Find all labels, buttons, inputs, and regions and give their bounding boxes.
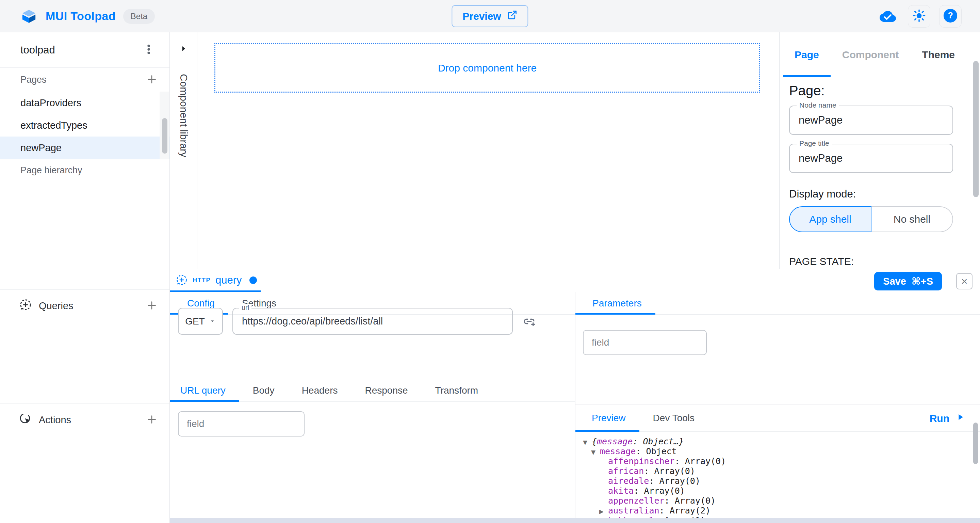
json-row-appenzeller: appenzeller: Array(0) — [576, 496, 980, 505]
add-page-button[interactable] — [144, 72, 159, 88]
query-http-badge: HTTP — [192, 277, 211, 284]
project-menu-button[interactable] — [140, 41, 157, 59]
inspector-tabs: Page Component Theme — [780, 32, 980, 77]
beta-badge: Beta — [123, 9, 155, 24]
project-name: toolpad — [21, 44, 55, 56]
svg-text:?: ? — [948, 11, 953, 20]
drop-zone[interactable]: Drop component here — [215, 43, 760, 92]
tab-page[interactable]: Page — [783, 32, 830, 77]
tab-response[interactable]: Response — [351, 379, 421, 402]
actions-section-label: Actions — [39, 415, 71, 426]
tab-body[interactable]: Body — [239, 379, 288, 402]
pages-list: dataProviders extractedTypes newPage — [0, 92, 169, 159]
drop-zone-label: Drop component here — [438, 62, 537, 74]
page-canvas: Drop component here — [198, 32, 779, 269]
save-button[interactable]: Save ⌘+S — [874, 272, 942, 290]
page-hierarchy-item[interactable]: Page hierarchy — [0, 159, 169, 181]
tab-theme[interactable]: Theme — [910, 32, 966, 77]
tab-transform[interactable]: Transform — [422, 379, 492, 402]
request-tabs: URL query Body Headers Response Transfor… — [170, 379, 575, 402]
query-editor-header: HTTP query Save ⌘+S × — [170, 269, 980, 292]
http-method-select[interactable]: GET — [178, 308, 223, 335]
plus-icon — [146, 299, 158, 313]
sidebar-page-newpage[interactable]: newPage — [0, 137, 169, 159]
json-row-airedale: airedale: Array(0) — [576, 476, 980, 486]
play-icon — [956, 412, 965, 424]
queries-section-header: Queries — [0, 289, 169, 322]
display-mode-label: Display mode: — [789, 188, 970, 200]
inspector-panel: Page Component Theme Page: Node name Pag… — [779, 32, 980, 269]
url-input[interactable] — [233, 308, 512, 334]
triangle-down-icon: ▼ — [583, 437, 592, 447]
url-query-field-input[interactable] — [178, 411, 305, 437]
pages-list-scrollbar-thumb[interactable] — [162, 118, 167, 153]
node-name-field: Node name — [789, 105, 953, 135]
toolpad-logo-icon[interactable] — [21, 8, 37, 24]
url-field: url — [232, 308, 513, 335]
tab-headers[interactable]: Headers — [288, 379, 352, 402]
query-tab[interactable]: HTTP query — [176, 269, 257, 291]
header-brand: MUI Toolpad Beta — [21, 0, 155, 32]
horizontal-scrollbar[interactable] — [170, 518, 980, 523]
component-library-strip: Component library — [170, 32, 197, 269]
page-heading: Page: — [789, 83, 970, 98]
json-row-african: african: Array(0) — [576, 466, 980, 476]
query-config-column: Config Settings GET url — [170, 292, 576, 518]
page-title-input[interactable] — [790, 144, 953, 172]
bind-url-button[interactable] — [522, 315, 536, 329]
preview-button[interactable]: Preview — [452, 5, 528, 27]
component-library-label[interactable]: Component library — [178, 74, 189, 157]
add-action-button[interactable] — [144, 412, 159, 428]
inspector-scrollbar-thumb[interactable] — [973, 61, 978, 197]
tab-url-query[interactable]: URL query — [170, 379, 239, 402]
tab-component[interactable]: Component — [830, 32, 911, 77]
external-link-icon — [508, 10, 517, 22]
preview-tabs: Preview Dev Tools Run — [576, 405, 980, 432]
unsaved-changes-dot — [250, 276, 257, 284]
plus-icon — [146, 413, 158, 427]
json-row-affenpinscher: affenpinscher: Array(0) — [576, 456, 980, 466]
close-query-panel-button[interactable]: × — [956, 273, 972, 289]
plus-icon — [146, 73, 158, 86]
node-name-input[interactable] — [790, 106, 953, 134]
help-button[interactable]: ? — [939, 5, 962, 27]
preview-scrollbar-thumb[interactable] — [973, 423, 978, 464]
pages-section-header: Pages — [0, 68, 169, 92]
run-button[interactable]: Run — [930, 405, 965, 432]
page-title-label: Page title — [797, 139, 832, 147]
chevron-down-icon — [209, 316, 216, 327]
add-query-button[interactable] — [144, 298, 159, 314]
page-state-label: PAGE STATE: — [789, 256, 970, 267]
sidebar-page-dataproviders[interactable]: dataProviders — [0, 92, 169, 114]
cloud-check-icon — [877, 5, 899, 27]
actions-section-header: Actions — [0, 403, 169, 436]
json-row-message[interactable]: ▼message: Object — [576, 446, 980, 456]
queries-icon — [19, 298, 32, 314]
query-editor-panel: HTTP query Save ⌘+S × Config Settings — [170, 269, 980, 523]
json-row-akita: akita: Array(0) — [576, 486, 980, 496]
triangle-right-icon: ▶ — [599, 507, 608, 517]
run-button-label: Run — [930, 413, 950, 424]
add-link-icon — [522, 315, 536, 329]
close-icon: × — [961, 276, 968, 287]
no-shell-option[interactable]: No shell — [872, 206, 953, 232]
parameter-field-input[interactable] — [583, 330, 707, 355]
app-shell-option[interactable]: App shell — [789, 206, 872, 232]
inspector-content: Page: Node name Page title Display mode:… — [780, 78, 980, 269]
theme-toggle-button[interactable] — [908, 5, 930, 27]
display-mode-toggle: App shell No shell — [789, 206, 953, 232]
tab-dev-tools[interactable]: Dev Tools — [640, 405, 708, 431]
query-preview-column: Parameters Preview Dev Tools Run — [576, 292, 980, 518]
explorer-sidebar: toolpad Pages dataProviders — [0, 32, 170, 523]
save-button-label: Save — [883, 276, 906, 287]
queries-section-label: Queries — [39, 300, 73, 311]
json-row-bakharwal[interactable]: ▶bakharwal: Array(1) — [576, 515, 980, 518]
tab-parameters[interactable]: Parameters — [576, 292, 655, 314]
json-row-australian[interactable]: ▶australian: Array(2) — [576, 505, 980, 515]
json-root-row[interactable]: ▼{message: Object…} — [576, 437, 980, 446]
sidebar-page-extractedtypes[interactable]: extractedTypes — [0, 114, 169, 137]
tab-preview[interactable]: Preview — [576, 405, 640, 431]
query-name: query — [215, 274, 242, 286]
app-header: MUI Toolpad Beta Preview — [0, 0, 980, 32]
open-component-library-button[interactable] — [180, 45, 188, 54]
